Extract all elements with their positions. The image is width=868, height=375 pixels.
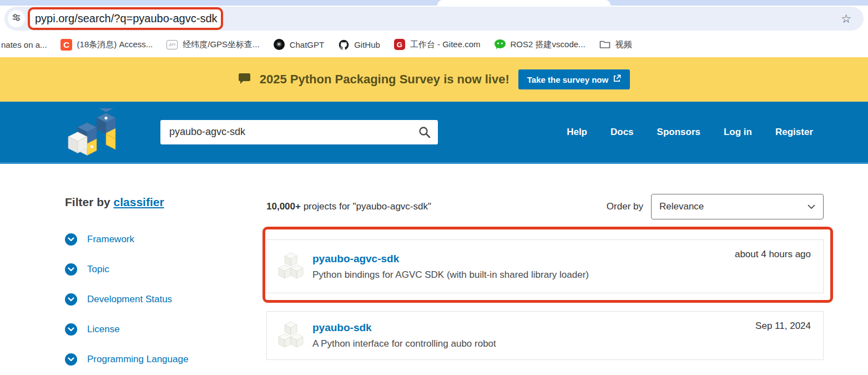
filter-topic[interactable]: Topic xyxy=(65,262,254,277)
pypi-header: Help Docs Sponsors Log in Register xyxy=(0,102,868,164)
banner-message: 2025 Python Packaging Survey is now live… xyxy=(260,72,509,87)
package-text: pyaubo-sdk A Python interface for contro… xyxy=(312,322,496,349)
results-count: 10,000+ projects for "pyaubo-agvc-sdk" xyxy=(266,201,431,212)
filter-label: Framework xyxy=(87,234,134,245)
package-text: pyaubo-agvc-sdk Python bindings for AGVC… xyxy=(312,253,589,281)
bookmark-item[interactable]: ROS2 搭建vscode... xyxy=(494,38,586,51)
filter-programming-language[interactable]: Programming Language xyxy=(65,352,254,367)
survey-banner: 2025 Python Packaging Survey is now live… xyxy=(0,57,868,102)
url-text[interactable]: pypi.org/search/?q=pyaubo-agvc-sdk xyxy=(30,12,218,25)
package-name-link[interactable]: pyaubo-sdk xyxy=(312,322,496,334)
filter-label: Topic xyxy=(87,264,109,275)
filter-label: License xyxy=(87,324,120,335)
active-tab[interactable] xyxy=(437,0,610,6)
filter-framework[interactable]: Framework xyxy=(65,232,254,247)
result-card[interactable]: pyaubo-sdk A Python interface for contro… xyxy=(266,311,824,360)
gitee-icon: G xyxy=(393,38,406,51)
page: pypi.org/search/?q=pyaubo-agvc-sdk ☆ nat… xyxy=(0,0,868,375)
filter-list: Framework Topic Development Status xyxy=(65,232,254,367)
package-name-link[interactable]: pyaubo-agvc-sdk xyxy=(312,253,589,265)
bookmark-label: GitHub xyxy=(354,40,380,49)
package-cubes-icon xyxy=(278,252,304,282)
bookmark-label: (18条消息) Access... xyxy=(77,39,153,50)
bookmark-item[interactable]: 视频 xyxy=(599,38,632,51)
order-by-label: Order by xyxy=(607,201,643,212)
chevron-down-icon xyxy=(65,323,77,336)
bookmark-item[interactable]: GitHub xyxy=(337,38,380,51)
url-red-annotation: pypi.org/search/?q=pyaubo-agvc-sdk xyxy=(28,7,223,30)
github-icon xyxy=(337,38,350,51)
bookmark-label: nates on a... xyxy=(1,40,47,49)
nav-login[interactable]: Log in xyxy=(724,127,752,138)
pypi-logo[interactable] xyxy=(63,108,130,156)
classifier-link[interactable]: classifier xyxy=(114,196,164,208)
bookmark-label: 工作台 - Gitee.com xyxy=(410,39,481,50)
folder-icon xyxy=(599,38,611,51)
order-by-value: Relevance xyxy=(659,201,704,212)
bookmark-label: 经纬度/GPS坐标查... xyxy=(183,39,259,50)
search-input[interactable] xyxy=(160,120,438,144)
take-survey-button[interactable]: Take the survey now xyxy=(518,69,630,89)
browser-toolbar: pypi.org/search/?q=pyaubo-agvc-sdk ☆ xyxy=(0,6,868,32)
csdn-icon: C xyxy=(60,38,73,51)
chevron-down-icon xyxy=(65,233,77,246)
order-by: Order by Relevance xyxy=(607,194,824,219)
package-cubes-icon xyxy=(278,321,304,351)
filter-title-prefix: Filter by xyxy=(65,196,114,208)
nav-docs[interactable]: Docs xyxy=(610,127,634,138)
package-description: A Python interface for controlling aubo … xyxy=(312,338,496,349)
bookmark-star-icon[interactable]: ☆ xyxy=(841,12,851,26)
filter-development-status[interactable]: Development Status xyxy=(65,292,254,307)
package-description: Python bindings for AGVC SDK (with built… xyxy=(312,269,589,281)
chevron-down-icon xyxy=(65,263,77,276)
chevron-down-icon xyxy=(65,353,77,366)
order-by-select[interactable]: Relevance xyxy=(651,194,824,219)
filter-label: Development Status xyxy=(87,294,172,305)
tab-strip xyxy=(0,0,868,6)
result-card[interactable]: pyaubo-agvc-sdk Python bindings for AGVC… xyxy=(266,239,824,293)
address-bar[interactable]: pypi.org/search/?q=pyaubo-agvc-sdk ☆ xyxy=(4,7,864,31)
select-chevron-icon xyxy=(808,201,815,212)
bookmark-item[interactable]: nates on a... xyxy=(1,40,47,49)
bookmark-label: 视频 xyxy=(615,39,632,50)
bookmark-item[interactable]: G 工作台 - Gitee.com xyxy=(393,38,481,51)
header-nav: Help Docs Sponsors Log in Register xyxy=(567,127,868,138)
comment-icon xyxy=(238,73,251,87)
api-book-icon: API xyxy=(166,38,178,51)
tune-icon xyxy=(12,13,21,24)
bookmark-item[interactable]: C (18条消息) Access... xyxy=(60,38,153,51)
package-date: Sep 11, 2024 xyxy=(755,321,811,332)
filter-title: Filter by classifier xyxy=(65,196,254,209)
nav-help[interactable]: Help xyxy=(567,127,587,138)
main-content: Filter by classifier Framework Topic xyxy=(0,164,868,375)
filter-label: Programming Language xyxy=(87,354,188,365)
search-icon[interactable] xyxy=(418,126,431,141)
search-results: 10,000+ projects for "pyaubo-agvc-sdk" O… xyxy=(266,194,824,375)
chevron-down-icon xyxy=(65,293,77,306)
nav-register[interactable]: Register xyxy=(775,127,813,138)
bookmark-label: ROS2 搭建vscode... xyxy=(511,39,586,50)
bookmarks-bar: nates on a... C (18条消息) Access... API 经纬… xyxy=(0,32,868,57)
bookmark-item[interactable]: API 经纬度/GPS坐标查... xyxy=(166,38,259,51)
header-search xyxy=(160,120,438,144)
chatgpt-icon: ✳ xyxy=(273,38,285,51)
take-survey-label: Take the survey now xyxy=(527,75,608,84)
filter-sidebar: Filter by classifier Framework Topic xyxy=(65,196,254,367)
bookmark-label: ChatGPT xyxy=(290,40,325,49)
results-count-number: 10,000+ xyxy=(266,201,301,212)
filter-license[interactable]: License xyxy=(65,322,254,337)
wechat-icon xyxy=(494,38,506,51)
external-link-icon xyxy=(613,74,621,84)
site-settings-button[interactable] xyxy=(8,10,25,27)
package-date: about 4 hours ago xyxy=(735,249,811,260)
bookmark-item[interactable]: ✳ ChatGPT xyxy=(273,38,325,51)
results-header: 10,000+ projects for "pyaubo-agvc-sdk" O… xyxy=(266,194,824,219)
results-count-suffix: projects for "pyaubo-agvc-sdk" xyxy=(301,201,431,212)
nav-sponsors[interactable]: Sponsors xyxy=(657,127,700,138)
